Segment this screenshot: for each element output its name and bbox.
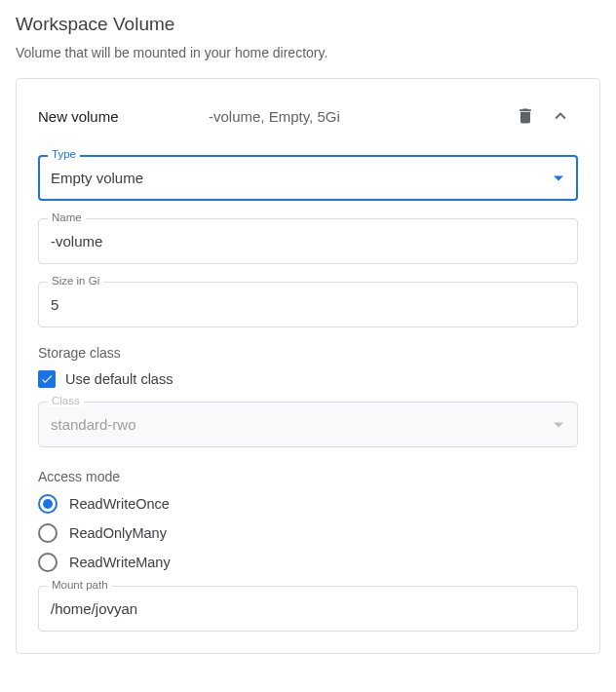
radio-circle (38, 523, 58, 543)
class-value: standard-rwo (51, 416, 136, 433)
radio-dot (43, 499, 53, 509)
radio-readwritemany[interactable]: ReadWriteMany (38, 553, 578, 572)
page-title: Workspace Volume (16, 14, 600, 35)
radio-label-rwo: ReadWriteOnce (69, 496, 170, 512)
mount-path-container (38, 586, 578, 632)
type-label: Type (48, 148, 80, 160)
access-mode-title: Access mode (38, 469, 578, 484)
chevron-up-icon (550, 105, 571, 127)
storage-class-title: Storage class (38, 345, 578, 361)
size-field-wrap: Size in Gi (38, 282, 578, 327)
delete-button[interactable] (508, 98, 543, 134)
radio-readwriteonce[interactable]: ReadWriteOnce (38, 494, 578, 514)
trash-icon (516, 106, 535, 126)
mount-path-input[interactable] (51, 600, 565, 617)
type-field-wrap: Type Empty volume (38, 155, 578, 201)
mount-path-label: Mount path (48, 579, 112, 591)
class-label: Class (48, 395, 84, 406)
card-header: New volume -volume, Empty, 5Gi (38, 98, 578, 134)
page-description: Volume that will be mounted in your home… (16, 45, 600, 60)
radio-label-rwm: ReadWriteMany (69, 555, 171, 570)
check-icon (40, 372, 54, 386)
radio-readonlymany[interactable]: ReadOnlyMany (38, 523, 578, 543)
name-input[interactable] (51, 233, 565, 250)
access-mode-section: Access mode ReadWriteOnce ReadOnlyMany R… (38, 469, 578, 632)
mount-path-wrap: Mount path (38, 586, 578, 632)
volume-card: New volume -volume, Empty, 5Gi Type Empt… (16, 78, 600, 654)
use-default-class-label: Use default class (65, 371, 173, 387)
name-field-wrap: Name (38, 218, 578, 264)
radio-circle (38, 494, 58, 514)
radio-circle (38, 553, 58, 572)
card-title: New volume (38, 108, 209, 125)
checkbox-box (38, 370, 56, 388)
use-default-class-checkbox[interactable]: Use default class (38, 370, 578, 388)
size-label: Size in Gi (48, 275, 103, 287)
type-select[interactable]: Empty volume (38, 155, 578, 201)
card-summary: -volume, Empty, 5Gi (209, 108, 508, 125)
type-value: Empty volume (51, 170, 143, 186)
dropdown-arrow-icon (554, 422, 563, 428)
storage-class-section: Storage class Use default class Class st… (38, 345, 578, 447)
size-field-container (38, 282, 578, 327)
name-field-container (38, 218, 578, 264)
size-input[interactable] (51, 296, 565, 313)
collapse-button[interactable] (543, 98, 578, 134)
radio-label-rom: ReadOnlyMany (69, 525, 167, 541)
class-field-wrap: Class standard-rwo (38, 402, 578, 447)
class-select: standard-rwo (38, 402, 578, 447)
name-label: Name (48, 211, 86, 223)
dropdown-arrow-icon (554, 175, 563, 181)
